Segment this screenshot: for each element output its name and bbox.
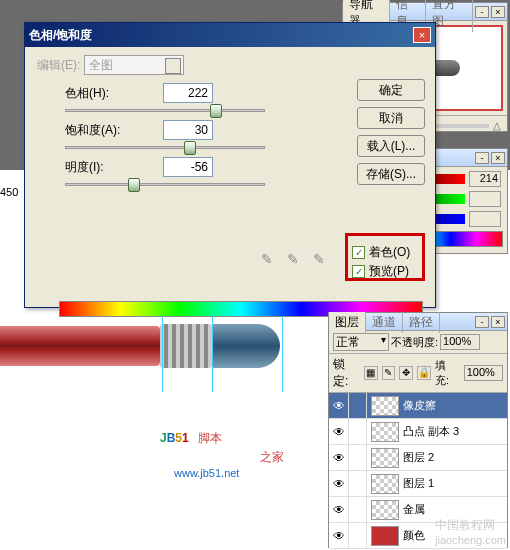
slider-thumb[interactable] <box>184 141 196 155</box>
colorize-label: 着色(O) <box>369 244 410 261</box>
lock-transparency-icon[interactable]: ▦ <box>364 366 378 380</box>
ok-button[interactable]: 确定 <box>357 79 425 101</box>
preview-label: 预览(P) <box>369 263 409 280</box>
close-button[interactable]: × <box>413 27 431 43</box>
pencil-body <box>0 326 160 366</box>
cancel-button[interactable]: 取消 <box>357 107 425 129</box>
eyedropper-icon[interactable]: ✎ <box>261 251 277 267</box>
layer-item[interactable]: 👁凸点 副本 3 <box>329 419 507 445</box>
lightness-slider[interactable] <box>65 183 265 186</box>
layer-item[interactable]: 👁图层 1 <box>329 471 507 497</box>
edit-label: 编辑(E): <box>37 57 80 74</box>
visibility-icon[interactable]: 👁 <box>329 445 349 470</box>
watermark-text: 中国教程网 jiaocheng.com <box>435 517 506 546</box>
opacity-label: 不透明度: <box>391 335 438 350</box>
hue-input[interactable] <box>163 83 213 103</box>
canvas-artwork <box>0 316 320 388</box>
layer-thumbnail[interactable] <box>371 474 399 494</box>
close-icon[interactable]: × <box>491 152 505 164</box>
hue-slider[interactable] <box>65 109 265 112</box>
fill-label: 填充: <box>435 358 460 388</box>
r-value[interactable]: 214 <box>469 171 501 187</box>
tab-paths[interactable]: 路径 <box>403 312 440 333</box>
slider-thumb[interactable] <box>128 178 140 192</box>
minimize-icon[interactable]: - <box>475 316 489 328</box>
preview-checkbox[interactable]: ✓ <box>352 265 365 278</box>
saturation-slider[interactable] <box>65 146 265 149</box>
load-button[interactable]: 载入(L)... <box>357 135 425 157</box>
fill-input[interactable]: 100% <box>464 365 503 381</box>
close-icon[interactable]: × <box>491 6 505 18</box>
layer-thumbnail[interactable] <box>371 422 399 442</box>
tab-layers[interactable]: 图层 <box>329 312 366 333</box>
watermark-logo: JB51 脚本 之家 www.jb51.net <box>160 418 284 480</box>
pencil-eraser <box>212 324 280 368</box>
titlebar[interactable]: 色相/饱和度 × <box>25 23 435 47</box>
visibility-icon[interactable]: 👁 <box>329 393 349 418</box>
layer-thumbnail[interactable] <box>371 500 399 520</box>
tab-channels[interactable]: 通道 <box>366 312 403 333</box>
minimize-icon[interactable]: - <box>475 152 489 164</box>
opacity-input[interactable]: 100% <box>440 334 480 350</box>
lock-move-icon[interactable]: ✥ <box>399 366 413 380</box>
layer-item[interactable]: 👁图层 2 <box>329 445 507 471</box>
b-value[interactable] <box>469 211 501 227</box>
close-icon[interactable]: × <box>491 316 505 328</box>
minimize-icon[interactable]: - <box>475 6 489 18</box>
visibility-icon[interactable]: 👁 <box>329 471 349 496</box>
layer-thumbnail[interactable] <box>371 396 399 416</box>
eyedropper-sub-icon[interactable]: ✎ <box>313 251 329 267</box>
slider-thumb[interactable] <box>210 104 222 118</box>
eyedropper-add-icon[interactable]: ✎ <box>287 251 303 267</box>
lock-all-icon[interactable]: 🔒 <box>417 366 431 380</box>
guide-line[interactable] <box>212 316 213 392</box>
lightness-label: 明度(I): <box>65 159 143 176</box>
layer-item[interactable]: 👁像皮擦 <box>329 393 507 419</box>
visibility-icon[interactable]: 👁 <box>329 497 349 522</box>
lock-brush-icon[interactable]: ✎ <box>382 366 396 380</box>
layer-thumbnail[interactable] <box>371 526 399 546</box>
blend-mode-select[interactable]: 正常 <box>333 333 389 351</box>
guide-line[interactable] <box>282 316 283 392</box>
lightness-input[interactable] <box>163 157 213 177</box>
ruler-mark: 450 <box>0 186 18 198</box>
highlight-box: ✓着色(O) ✓预览(P) <box>345 233 425 281</box>
g-value[interactable] <box>469 191 501 207</box>
layers-palette: 图层 通道 路径 -× 正常 不透明度: 100% 锁定: ▦ ✎ ✥ 🔒 填充… <box>328 312 508 548</box>
hue-saturation-dialog: 色相/饱和度 × 编辑(E): 全图 色相(H): 饱和度(A): 明度(I): <box>24 22 436 308</box>
colorize-checkbox[interactable]: ✓ <box>352 246 365 259</box>
save-button[interactable]: 存储(S)... <box>357 163 425 185</box>
pencil-ferrule <box>160 324 212 368</box>
visibility-icon[interactable]: 👁 <box>329 419 349 444</box>
lock-label: 锁定: <box>333 356 360 390</box>
saturation-label: 饱和度(A): <box>65 122 143 139</box>
saturation-input[interactable] <box>163 120 213 140</box>
visibility-icon[interactable]: 👁 <box>329 523 349 548</box>
guide-line[interactable] <box>162 316 163 392</box>
hue-label: 色相(H): <box>65 85 143 102</box>
edit-select[interactable]: 全图 <box>84 55 184 75</box>
zoom-in-icon[interactable]: △ <box>493 120 503 131</box>
dialog-title: 色相/饱和度 <box>29 27 413 44</box>
layer-thumbnail[interactable] <box>371 448 399 468</box>
